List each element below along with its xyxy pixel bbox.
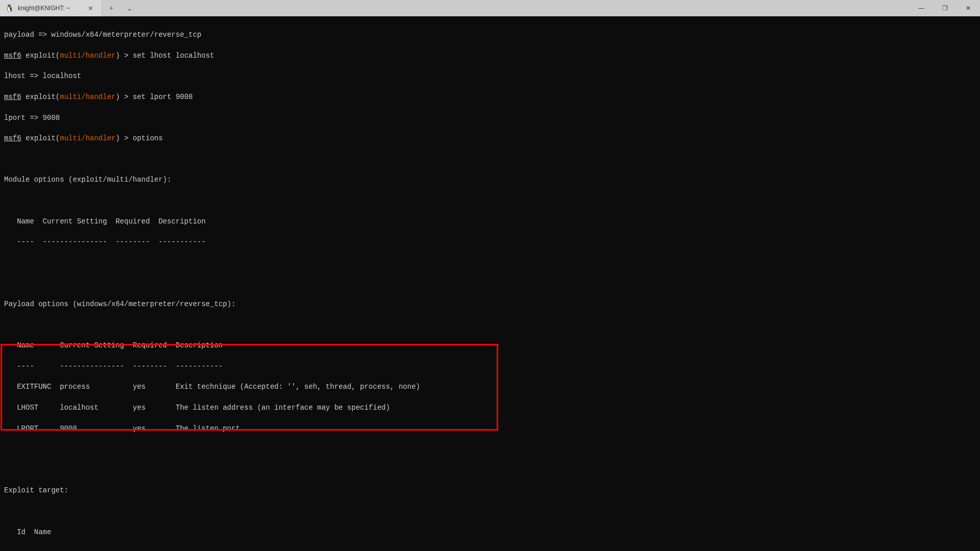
- prompt-line: msf6 exploit(multi/handler) > set lport …: [4, 92, 976, 102]
- blank-line: [4, 258, 976, 268]
- maximize-button[interactable]: ❐: [933, 0, 957, 16]
- new-tab-button[interactable]: ＋: [102, 0, 120, 16]
- tab-active[interactable]: 🐧 knight@KNIGHT: ~ ✕: [0, 0, 102, 16]
- output-line: payload => windows/x64/meterpreter/rever…: [4, 30, 976, 40]
- blank-line: [4, 278, 976, 288]
- blank-line: [4, 320, 976, 330]
- tux-icon: 🐧: [5, 5, 14, 12]
- terminal-viewport[interactable]: payload => windows/x64/meterpreter/rever…: [0, 16, 980, 551]
- table-row: LHOST localhost yes The listen address (…: [4, 403, 976, 413]
- table-header: Id Name: [4, 527, 976, 537]
- output-line: lport => 9008: [4, 113, 976, 123]
- table-divider: ---- --------------- -------- ----------…: [4, 237, 976, 247]
- close-button[interactable]: ✕: [957, 0, 980, 16]
- tab-title: knight@KNIGHT: ~: [18, 5, 70, 12]
- output-line: Payload options (windows/x64/meterpreter…: [4, 299, 976, 309]
- output-line: lhost => localhost: [4, 71, 976, 81]
- blank-line: [4, 465, 976, 475]
- table-row: EXITFUNC process yes Exit technique (Acc…: [4, 382, 976, 392]
- table-header: Name Current Setting Required Descriptio…: [4, 216, 976, 227]
- blank-line: [4, 195, 976, 206]
- blank-line: [4, 444, 976, 454]
- blank-line: [4, 506, 976, 516]
- tab-dropdown-button[interactable]: ⌄: [120, 0, 139, 16]
- table-header: Name Current Setting Required Descriptio…: [4, 340, 976, 350]
- output-line: Exploit target:: [4, 485, 976, 495]
- tab-close-icon[interactable]: ✕: [85, 4, 96, 13]
- blank-line: [4, 154, 976, 164]
- output-line: Module options (exploit/multi/handler):: [4, 174, 976, 185]
- title-bar: 🐧 knight@KNIGHT: ~ ✕ ＋ ⌄ — ❐ ✕: [0, 0, 980, 16]
- table-divider: -- ----: [4, 547, 976, 551]
- tab-strip: 🐧 knight@KNIGHT: ~ ✕ ＋ ⌄: [0, 0, 139, 16]
- table-divider: ---- --------------- -------- ----------…: [4, 361, 976, 371]
- minimize-button[interactable]: —: [910, 0, 933, 16]
- prompt-line: msf6 exploit(multi/handler) > set lhost …: [4, 51, 976, 61]
- window-controls: — ❐ ✕: [910, 0, 980, 16]
- prompt-line: msf6 exploit(multi/handler) > options: [4, 133, 976, 143]
- table-row: LPORT 9008 yes The listen port: [4, 423, 976, 434]
